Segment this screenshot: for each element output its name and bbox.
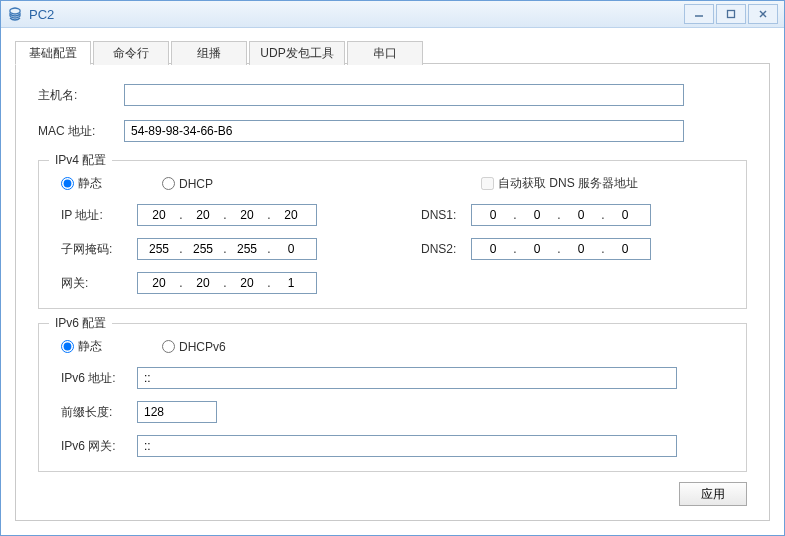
ip-octet[interactable] — [518, 207, 556, 223]
subnet-mask-input[interactable]: . . . — [137, 238, 317, 260]
app-icon — [7, 6, 23, 22]
ipv6-address-input[interactable] — [137, 367, 677, 389]
titlebar[interactable]: PC2 — [1, 1, 784, 28]
apply-button[interactable]: 应用 — [679, 482, 747, 506]
ipv4-fieldset: IPv4 配置 静态 DHCP 自动获取 DNS 服务器地址 — [38, 160, 747, 309]
ipv6-legend: IPv6 配置 — [49, 315, 112, 332]
pc-config-window: PC2 基础配置 命令行 组播 UDP发包工具 串口 主机名: — [0, 0, 785, 536]
dns1-label: DNS1: — [421, 208, 471, 222]
dns2-input[interactable]: . . . — [471, 238, 651, 260]
ip-octet[interactable] — [606, 241, 644, 257]
ip-octet[interactable] — [228, 241, 266, 257]
auto-dns-checkbox[interactable]: 自动获取 DNS 服务器地址 — [481, 175, 638, 192]
svg-rect-1 — [728, 11, 735, 18]
ipv4-dhcp-radio-input[interactable] — [162, 177, 175, 190]
tab-label: 命令行 — [113, 45, 149, 62]
ipv6-static-radio[interactable]: 静态 — [61, 338, 102, 355]
dns1-input[interactable]: . . . — [471, 204, 651, 226]
ip-octet[interactable] — [518, 241, 556, 257]
basic-panel: 主机名: MAC 地址: IPv4 配置 静态 DHCP — [15, 64, 770, 521]
ip-octet[interactable] — [140, 207, 178, 223]
ip-octet[interactable] — [184, 207, 222, 223]
tab-udp-tool[interactable]: UDP发包工具 — [249, 41, 345, 65]
ip-octet[interactable] — [562, 207, 600, 223]
ipv4-legend: IPv4 配置 — [49, 152, 112, 169]
gateway-label: 网关: — [61, 275, 137, 292]
auto-dns-label: 自动获取 DNS 服务器地址 — [498, 175, 638, 192]
ipv6-prefix-label: 前缀长度: — [61, 404, 137, 421]
ip-address-input[interactable]: . . . — [137, 204, 317, 226]
ip-octet[interactable] — [474, 241, 512, 257]
ip-octet[interactable] — [228, 207, 266, 223]
maximize-button[interactable] — [716, 4, 746, 24]
dns2-label: DNS2: — [421, 242, 471, 256]
ip-octet[interactable] — [272, 207, 310, 223]
ipv6-gateway-input[interactable] — [137, 435, 677, 457]
gateway-input[interactable]: . . . — [137, 272, 317, 294]
ip-octet[interactable] — [184, 241, 222, 257]
mac-input[interactable] — [124, 120, 684, 142]
ipv6-static-radio-input[interactable] — [61, 340, 74, 353]
close-button[interactable] — [748, 4, 778, 24]
ip-octet[interactable] — [228, 275, 266, 291]
ipv4-static-radio-input[interactable] — [61, 177, 74, 190]
hostname-input[interactable] — [124, 84, 684, 106]
ipv4-static-radio[interactable]: 静态 — [61, 175, 102, 192]
ipv4-dhcp-label: DHCP — [179, 177, 213, 191]
button-bar: 应用 — [38, 482, 747, 506]
tab-label: UDP发包工具 — [260, 45, 333, 62]
ip-octet[interactable] — [184, 275, 222, 291]
ip-address-label: IP 地址: — [61, 207, 137, 224]
window-controls — [682, 4, 778, 24]
ipv6-dhcp-label: DHCPv6 — [179, 340, 226, 354]
minimize-button[interactable] — [684, 4, 714, 24]
window-title: PC2 — [29, 7, 682, 22]
ipv6-static-label: 静态 — [78, 338, 102, 355]
mac-label: MAC 地址: — [38, 123, 124, 140]
tabbar: 基础配置 命令行 组播 UDP发包工具 串口 — [15, 40, 770, 64]
auto-dns-checkbox-input[interactable] — [481, 177, 494, 190]
hostname-label: 主机名: — [38, 87, 124, 104]
ip-octet[interactable] — [140, 241, 178, 257]
ip-octet[interactable] — [140, 275, 178, 291]
tab-label: 串口 — [373, 45, 397, 62]
ipv6-fieldset: IPv6 配置 静态 DHCPv6 IPv6 地址: 前缀长 — [38, 323, 747, 472]
ip-octet[interactable] — [272, 275, 310, 291]
ipv4-dhcp-radio[interactable]: DHCP — [162, 177, 213, 191]
tab-multicast[interactable]: 组播 — [171, 41, 247, 65]
ip-octet[interactable] — [474, 207, 512, 223]
content-area: 基础配置 命令行 组播 UDP发包工具 串口 主机名: MAC 地址: IPv4… — [1, 28, 784, 535]
ip-octet[interactable] — [272, 241, 310, 257]
ipv6-prefix-input[interactable] — [137, 401, 217, 423]
tab-label: 组播 — [197, 45, 221, 62]
tab-serial[interactable]: 串口 — [347, 41, 423, 65]
tab-cli[interactable]: 命令行 — [93, 41, 169, 65]
ipv6-dhcp-radio-input[interactable] — [162, 340, 175, 353]
ipv4-static-label: 静态 — [78, 175, 102, 192]
ipv6-gateway-label: IPv6 网关: — [61, 438, 137, 455]
ip-octet[interactable] — [562, 241, 600, 257]
tab-label: 基础配置 — [29, 45, 77, 62]
subnet-mask-label: 子网掩码: — [61, 241, 137, 258]
tab-basic[interactable]: 基础配置 — [15, 41, 91, 65]
ipv6-dhcp-radio[interactable]: DHCPv6 — [162, 340, 226, 354]
ipv6-address-label: IPv6 地址: — [61, 370, 137, 387]
ip-octet[interactable] — [606, 207, 644, 223]
